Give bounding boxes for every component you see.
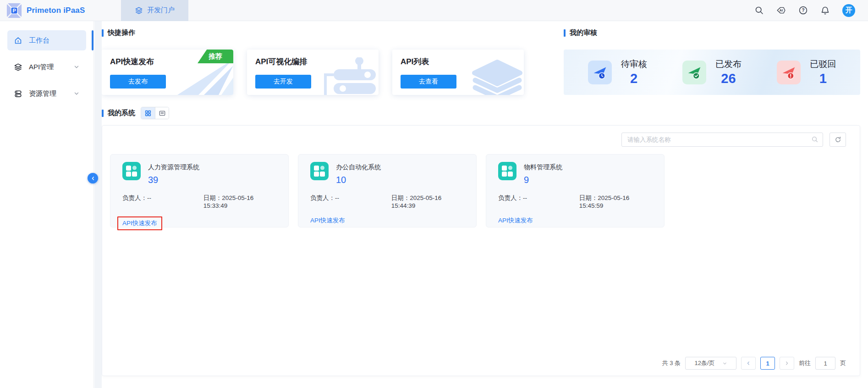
- pagination: 共 3 条 12条/页 1 前往 页: [662, 357, 846, 370]
- sidebar-item-label: API管理: [29, 63, 54, 72]
- home-icon: [14, 36, 22, 45]
- tab-dev-portal-label: 开发门户: [147, 6, 175, 15]
- stat-value: 2: [621, 71, 647, 86]
- title-accent-bar: [102, 110, 104, 117]
- goto-label: 前往: [799, 359, 811, 367]
- system-search-input[interactable]: [621, 133, 823, 147]
- system-owner: 负责人：--: [122, 194, 203, 209]
- stat-label: 待审核: [621, 58, 647, 70]
- title-accent-bar: [102, 29, 104, 37]
- active-item-indicator: [92, 30, 93, 50]
- page-unit-label: 页: [840, 359, 846, 367]
- system-name: 人力资源管理系统: [148, 162, 199, 172]
- my-systems-header: 我的系统: [102, 107, 868, 119]
- refresh-button[interactable]: [830, 133, 846, 147]
- primeton-logo-icon: P: [6, 3, 22, 18]
- system-date: 日期：2025-05-16 15:44:39: [391, 194, 464, 209]
- go-publish-button[interactable]: 去发布: [110, 75, 166, 89]
- user-avatar[interactable]: 开: [842, 4, 855, 17]
- title-accent-bar: [564, 29, 566, 37]
- sidebar-item-label: 工作台: [29, 36, 49, 45]
- grid-view-toggle[interactable]: [141, 107, 155, 119]
- app-header: P Primeton iPaaS 开发门户 AI ?: [0, 0, 868, 21]
- system-owner: 负责人：--: [310, 194, 391, 209]
- sidebar-collapse-button[interactable]: [88, 173, 98, 183]
- app-grid-icon: [498, 162, 516, 180]
- section-title-my-review: 我的审核: [564, 28, 860, 37]
- quick-action-title: API列表: [401, 56, 516, 67]
- sidebar: 工作台 API管理 资源管理: [0, 21, 94, 388]
- layout-gutter: [94, 21, 102, 388]
- tab-dev-portal[interactable]: 开发门户: [121, 0, 188, 21]
- ai-assistant-icon[interactable]: AI: [776, 6, 786, 15]
- brand-name: Primeton iPaaS: [27, 6, 85, 15]
- view-toggle-group: [141, 107, 169, 119]
- page-number-1[interactable]: 1: [760, 357, 775, 370]
- stat-value: 1: [810, 71, 836, 86]
- api-quick-publish-link[interactable]: API快速发布: [122, 220, 157, 227]
- stat-published: 已发布 26: [682, 58, 742, 86]
- system-name: 物料管理系统: [524, 162, 562, 172]
- list-view-toggle[interactable]: [155, 107, 169, 119]
- next-page-button[interactable]: [780, 357, 794, 370]
- my-review-section: 我的审核 待审核 2: [564, 28, 868, 95]
- prev-page-button[interactable]: [741, 357, 756, 370]
- review-stats-card: 待审核 2 已发布 26: [564, 50, 860, 95]
- system-date: 日期：2025-05-16 15:45:59: [579, 194, 652, 209]
- annotation-highlight-box: API快速发布: [117, 216, 162, 230]
- goto-page-input[interactable]: [815, 357, 835, 370]
- search-icon: [811, 136, 819, 143]
- app-grid-icon: [310, 162, 329, 180]
- list-icon: [159, 110, 166, 117]
- sidebar-item-label: 资源管理: [29, 89, 56, 98]
- bell-icon[interactable]: [820, 6, 830, 15]
- sidebar-item-resource-management[interactable]: 资源管理: [7, 83, 86, 104]
- stat-value: 26: [715, 71, 742, 86]
- main-content: 快捷操作 API快速发布 推荐 去发布 API可视化编排 去开发: [102, 21, 868, 388]
- paper-plane-clock-icon: [588, 61, 612, 84]
- system-card-oa[interactable]: 办公自动化系统 10 负责人：-- 日期：2025-05-16 15:44:39…: [298, 154, 477, 227]
- api-quick-publish-link[interactable]: API快速发布: [498, 217, 533, 224]
- help-icon[interactable]: ?: [798, 6, 808, 15]
- go-view-button[interactable]: 去查看: [401, 75, 456, 89]
- system-api-count: 10: [336, 175, 381, 185]
- chevron-down-icon: [722, 361, 727, 366]
- stat-pending-review: 待审核 2: [588, 58, 647, 86]
- recommend-badge: 推荐: [198, 50, 233, 63]
- sidebar-item-workbench[interactable]: 工作台: [7, 30, 86, 50]
- svg-text:AI: AI: [780, 8, 783, 12]
- svg-text:P: P: [12, 8, 16, 13]
- pagination-total: 共 3 条: [662, 359, 681, 367]
- system-card-material[interactable]: 物料管理系统 9 负责人：-- 日期：2025-05-16 15:45:59 A…: [486, 154, 665, 227]
- system-owner: 负责人：--: [498, 194, 579, 209]
- chevron-left-icon: [90, 176, 96, 181]
- go-develop-button[interactable]: 去开发: [255, 75, 311, 89]
- section-title-quick-actions: 快捷操作: [102, 28, 564, 37]
- stat-label: 已发布: [715, 58, 742, 70]
- chevron-down-icon: [73, 90, 80, 97]
- system-name: 办公自动化系统: [336, 162, 381, 172]
- system-search: [621, 133, 823, 147]
- system-date: 日期：2025-05-16 15:33:49: [203, 194, 276, 209]
- system-api-count: 39: [148, 175, 199, 185]
- quick-actions-section: 快捷操作 API快速发布 推荐 去发布 API可视化编排 去开发: [102, 28, 564, 95]
- stat-label: 已驳回: [810, 58, 836, 70]
- page-size-select[interactable]: 12条/页: [685, 357, 736, 370]
- layers-icon: [14, 63, 22, 72]
- chevron-right-icon: [784, 360, 790, 366]
- sidebar-item-api-management[interactable]: API管理: [7, 57, 86, 77]
- search-icon[interactable]: [754, 6, 764, 15]
- quick-action-card-api-orchestration: API可视化编排 去开发: [247, 50, 379, 95]
- system-card-hr[interactable]: 人力资源管理系统 39 负责人：-- 日期：2025-05-16 15:33:4…: [110, 154, 289, 227]
- chevron-left-icon: [746, 360, 751, 366]
- brand: P Primeton iPaaS: [0, 3, 121, 18]
- app-grid-icon: [122, 162, 141, 180]
- paper-plane-alert-icon: [777, 61, 801, 84]
- quick-action-title: API可视化编排: [255, 56, 370, 67]
- grid-icon: [144, 110, 152, 117]
- api-quick-publish-link[interactable]: API快速发布: [310, 217, 345, 224]
- refresh-icon: [835, 136, 841, 143]
- svg-text:?: ?: [802, 8, 804, 13]
- stat-rejected: 已驳回 1: [777, 58, 836, 86]
- paper-plane-check-icon: [682, 61, 706, 84]
